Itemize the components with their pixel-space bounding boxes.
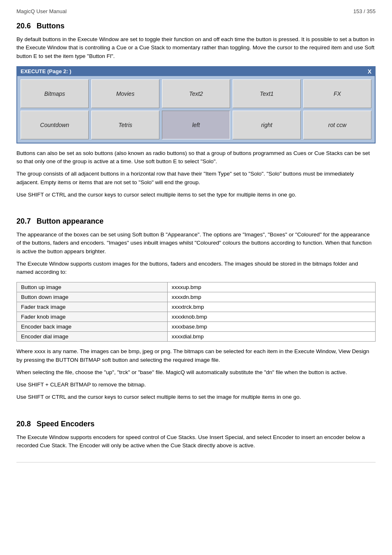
exec-btn-text2[interactable]: Text2 bbox=[162, 79, 230, 108]
table-cell-label: Fader track image bbox=[17, 302, 168, 312]
table-cell-label: Encoder dial image bbox=[17, 332, 168, 342]
table-row: Fader track imagexxxxtrck.bmp bbox=[17, 302, 376, 312]
exec-btn-tetris[interactable]: Tetris bbox=[91, 111, 159, 139]
section-20-6-para-2: Buttons can also be set as solo buttons … bbox=[16, 149, 376, 166]
table-cell-value: xxxxbase.bmp bbox=[167, 322, 375, 332]
section-20-8-number: 20.8 bbox=[16, 420, 31, 428]
execute-titlebar: EXECUTE (Page 2: ) X bbox=[17, 67, 375, 76]
table-cell-label: Button down image bbox=[17, 292, 168, 302]
table-row: Button up imagexxxxup.bmp bbox=[17, 282, 376, 292]
exec-btn-text1[interactable]: Text1 bbox=[233, 79, 301, 108]
exec-btn-left[interactable]: left bbox=[162, 111, 230, 139]
section-20-8-title: Speed Encoders bbox=[37, 420, 95, 428]
section-20-7-para-4: When selecting the file, choose the "up"… bbox=[16, 368, 376, 377]
section-20-7-heading: 20.7 Button appearance bbox=[16, 217, 376, 226]
close-button[interactable]: X bbox=[368, 68, 371, 75]
image-table: Button up imagexxxxup.bmpButton down ima… bbox=[16, 282, 376, 342]
table-cell-label: Button up image bbox=[17, 282, 168, 292]
section-20-7-number: 20.7 bbox=[16, 217, 31, 226]
section-20-7-para-5: Use SHIFT + CLEAR BITMAP to remove the b… bbox=[16, 381, 376, 389]
section-20-6-heading: 20.6 Buttons bbox=[16, 22, 376, 30]
page-header: MagicQ User Manual 153 / 355 bbox=[16, 8, 376, 14]
section-20-8-para-1: The Execute Window supports encoders for… bbox=[16, 433, 376, 450]
table-row: Encoder back imagexxxxbase.bmp bbox=[17, 322, 376, 332]
table-cell-value: xxxxdial.bmp bbox=[167, 332, 375, 342]
section-20-8-heading: 20.8 Speed Encoders bbox=[16, 420, 376, 428]
execute-grid-row1: Bitmaps Movies Text2 Text1 FX Countdown … bbox=[17, 76, 375, 143]
section-20-6-para-1: By default buttons in the Execute Window… bbox=[16, 35, 376, 60]
exec-btn-movies[interactable]: Movies bbox=[91, 79, 159, 108]
section-20-7-para-3: Where xxxx is any name. The images can b… bbox=[16, 347, 376, 364]
section-20-7-para-1: The appearance of the boxes can be set u… bbox=[16, 231, 376, 256]
execute-title: EXECUTE (Page 2: ) bbox=[21, 68, 71, 74]
table-cell-value: xxxxtrck.bmp bbox=[167, 302, 375, 312]
page-number: 153 / 355 bbox=[353, 8, 376, 14]
execute-window: EXECUTE (Page 2: ) X Bitmaps Movies Text… bbox=[16, 66, 376, 143]
app-name: MagicQ User Manual bbox=[16, 8, 67, 14]
table-row: Button down imagexxxxdn.bmp bbox=[17, 292, 376, 302]
section-20-7-para-2: The Execute Window supports custom image… bbox=[16, 260, 376, 277]
table-cell-label: Encoder back image bbox=[17, 322, 168, 332]
table-cell-value: xxxxknob.bmp bbox=[167, 312, 375, 322]
exec-btn-rotccw[interactable]: rot ccw bbox=[303, 111, 371, 139]
page-divider bbox=[16, 462, 376, 462]
table-cell-value: xxxxdn.bmp bbox=[167, 292, 375, 302]
section-20-6-number: 20.6 bbox=[16, 22, 31, 30]
exec-btn-right[interactable]: right bbox=[233, 111, 301, 139]
exec-btn-countdown[interactable]: Countdown bbox=[21, 111, 89, 139]
table-cell-value: xxxxup.bmp bbox=[167, 282, 375, 292]
section-20-6-para-3: The group consists of all adjacent butto… bbox=[16, 170, 376, 187]
section-20-7-title: Button appearance bbox=[37, 217, 104, 226]
table-row: Encoder dial imagexxxxdial.bmp bbox=[17, 332, 376, 342]
table-row: Fader knob imagexxxxknob.bmp bbox=[17, 312, 376, 322]
section-20-6-para-4: Use SHIFT or CTRL and the cursor keys to… bbox=[16, 191, 376, 199]
table-cell-label: Fader knob image bbox=[17, 312, 168, 322]
exec-btn-bitmaps[interactable]: Bitmaps bbox=[21, 79, 89, 108]
section-20-7-para-6: Use SHIFT or CTRL and the cursor keys to… bbox=[16, 393, 376, 401]
section-20-6-title: Buttons bbox=[37, 22, 65, 30]
exec-btn-fx[interactable]: FX bbox=[303, 79, 371, 108]
